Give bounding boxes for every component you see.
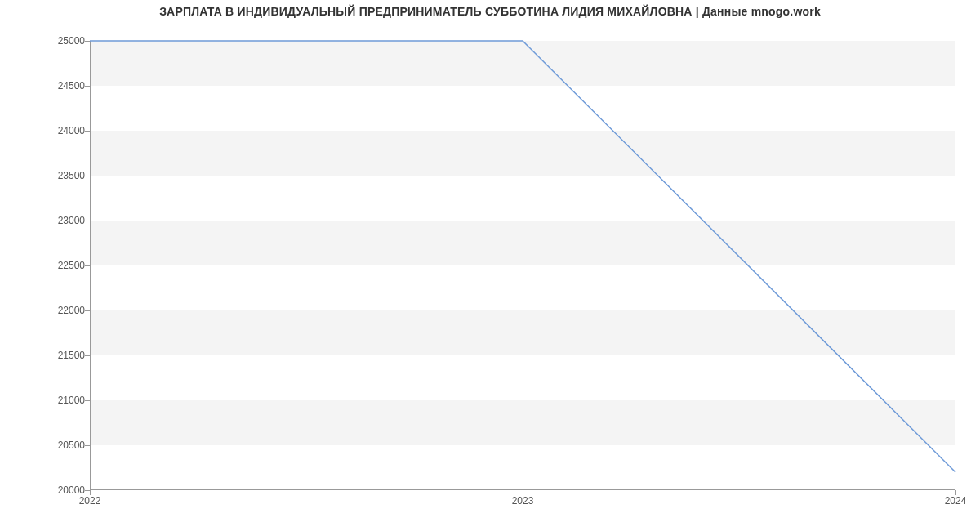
x-tick-label: 2023: [512, 495, 534, 506]
x-tick-mark: [523, 490, 523, 495]
y-tick-label: 22500: [11, 260, 85, 271]
x-tick-mark: [90, 490, 91, 495]
y-tick-label: 24000: [11, 125, 85, 136]
y-tick-label: 21000: [11, 395, 85, 406]
series-line: [90, 41, 956, 472]
x-tick-label: 2024: [945, 495, 967, 506]
y-tick-label: 20500: [11, 440, 85, 451]
y-tick-label: 22000: [11, 305, 85, 316]
chart-title: ЗАРПЛАТА В ИНДИВИДУАЛЬНЫЙ ПРЕДПРИНИМАТЕЛ…: [0, 5, 980, 18]
x-tick-mark: [956, 490, 956, 495]
y-tick-label: 21500: [11, 350, 85, 361]
y-tick-label: 23500: [11, 170, 85, 181]
y-tick-label: 23000: [11, 215, 85, 226]
y-tick-label: 20000: [11, 484, 85, 496]
x-tick-label: 2022: [79, 495, 101, 506]
salary-line-chart: ЗАРПЛАТА В ИНДИВИДУАЛЬНЫЙ ПРЕДПРИНИМАТЕЛ…: [0, 0, 980, 531]
line-layer: [90, 41, 956, 490]
y-tick-label: 25000: [11, 35, 85, 47]
y-tick-label: 24500: [11, 80, 85, 91]
